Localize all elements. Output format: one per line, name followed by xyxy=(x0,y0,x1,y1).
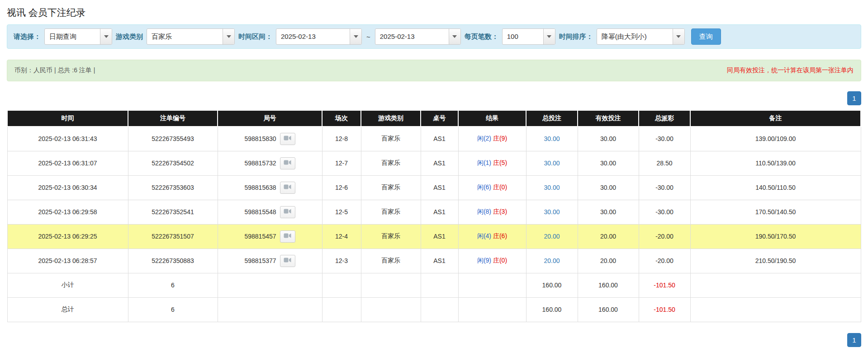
banker-result: 庄(6) xyxy=(493,232,507,239)
summary-empty-cell xyxy=(458,297,526,322)
valid-bet-cell: 20.00 xyxy=(578,249,639,273)
total-bet-link[interactable]: 30.00 xyxy=(544,135,560,142)
payout-cell: -30.00 xyxy=(639,127,690,151)
round-id-text: 598815457 xyxy=(244,233,276,240)
game-type-cell: 百家乐 xyxy=(361,224,421,249)
result-cell: 闲(8) 庄(3) xyxy=(458,200,526,224)
valid-bet-notice: 同局有效投注，统一计算在该局第一张注单内 xyxy=(727,66,854,75)
page-size-value: 100 xyxy=(503,29,543,44)
table-no-cell: AS1 xyxy=(421,200,458,224)
summary-empty-cell xyxy=(421,273,458,297)
round-id-cell: 598815830 xyxy=(218,127,322,151)
column-header: 有效投注 xyxy=(578,110,639,127)
total-bet-link[interactable]: 20.00 xyxy=(544,257,560,264)
chevron-down-icon[interactable] xyxy=(543,29,555,44)
table-no-cell: AS1 xyxy=(421,127,458,151)
video-replay-button[interactable] xyxy=(280,255,295,267)
table-no-cell: AS1 xyxy=(421,224,458,249)
date-type-select[interactable]: 日期查询 xyxy=(44,28,112,45)
search-button[interactable]: 查询 xyxy=(691,28,721,45)
remark-cell: 170.50/140.50 xyxy=(690,200,861,224)
date-to-select[interactable]: 2025-02-13 xyxy=(375,28,461,45)
page-size-label: 每页笔数： xyxy=(465,33,498,41)
game-type-cell: 百家乐 xyxy=(361,249,421,273)
chevron-down-icon[interactable] xyxy=(223,29,234,44)
time-cell: 2025-02-13 06:29:25 xyxy=(7,224,128,249)
table-no-cell: AS1 xyxy=(421,249,458,273)
game-type-select[interactable]: 百家乐 xyxy=(147,28,235,45)
bet-id-cell: 522267352541 xyxy=(128,200,218,224)
table-row: 2025-02-13 06:28:57522267350883598815377… xyxy=(7,249,861,273)
video-replay-button[interactable] xyxy=(280,206,295,218)
round-id-cell: 598815638 xyxy=(218,175,322,200)
video-replay-button[interactable] xyxy=(280,157,295,169)
valid-bet-cell: 30.00 xyxy=(578,151,639,175)
total-bet-link[interactable]: 30.00 xyxy=(544,208,560,216)
game-type-label: 游戏类别 xyxy=(116,33,143,41)
summary-count-cell: 6 xyxy=(128,273,218,297)
pagination-page-1-button[interactable]: 1 xyxy=(847,91,861,105)
total-bet-cell: 20.00 xyxy=(526,249,578,273)
currency-summary: 币别：人民币 | 总共 :6 注单 | xyxy=(14,66,95,75)
player-result: 闲(1) xyxy=(477,159,491,166)
summary-remark-cell xyxy=(690,297,861,322)
table-row: 2025-02-13 06:31:07522267354502598815732… xyxy=(7,151,861,175)
payout-cell: -30.00 xyxy=(639,175,690,200)
game-type-cell: 百家乐 xyxy=(361,175,421,200)
bet-id-cell: 522267355493 xyxy=(128,127,218,151)
time-cell: 2025-02-13 06:31:43 xyxy=(7,127,128,151)
round-id-wrap: 598815732 xyxy=(221,157,319,169)
result-cell: 闲(1) 庄(5) xyxy=(458,151,526,175)
summary-empty-cell xyxy=(322,297,361,322)
total-bet-link[interactable]: 30.00 xyxy=(544,160,560,167)
round-id-text: 598815638 xyxy=(244,184,276,191)
video-replay-icon xyxy=(284,184,291,191)
remark-cell: 140.50/110.50 xyxy=(690,175,861,200)
total-bet-link[interactable]: 20.00 xyxy=(544,233,560,240)
result-cell: 闲(9) 庄(0) xyxy=(458,249,526,273)
column-header: 时间 xyxy=(7,110,128,127)
summary-total-bet-cell: 160.00 xyxy=(526,297,578,322)
summary-payout-cell: -101.50 xyxy=(639,273,690,297)
table-body: 2025-02-13 06:31:43522267355493598815830… xyxy=(7,127,861,273)
chevron-down-icon[interactable] xyxy=(100,29,112,44)
page-size-select[interactable]: 100 xyxy=(502,28,555,45)
chevron-down-icon[interactable] xyxy=(673,29,684,44)
video-replay-button[interactable] xyxy=(280,133,295,145)
page: 视讯 会员下注纪录 请选择： 日期查询 游戏类别 百家乐 时间区间： 2025-… xyxy=(0,6,868,347)
table-footer: 小计6160.00160.00-101.50总计6160.00160.00-10… xyxy=(7,273,861,322)
session-cell: 12-8 xyxy=(322,127,361,151)
summary-total-bet-cell: 160.00 xyxy=(526,273,578,297)
valid-bet-cell: 20.00 xyxy=(578,224,639,249)
page-title: 视讯 会员下注纪录 xyxy=(7,6,861,19)
total-bet-cell: 30.00 xyxy=(526,200,578,224)
chevron-down-icon[interactable] xyxy=(350,29,361,44)
player-result: 闲(2) xyxy=(477,135,491,142)
pagination-page-1-button[interactable]: 1 xyxy=(847,333,861,347)
payout-cell: 28.50 xyxy=(639,151,690,175)
video-replay-button[interactable] xyxy=(280,230,295,243)
bet-id-cell: 522267354502 xyxy=(128,151,218,175)
date-from-select[interactable]: 2025-02-13 xyxy=(276,28,362,45)
sort-order-select[interactable]: 降幂(由大到小) xyxy=(597,28,685,45)
video-replay-icon xyxy=(284,208,291,216)
bet-id-cell: 522267350883 xyxy=(128,249,218,273)
time-cell: 2025-02-13 06:30:34 xyxy=(7,175,128,200)
valid-bet-cell: 30.00 xyxy=(578,200,639,224)
table-row: 2025-02-13 06:30:34522267353603598815638… xyxy=(7,175,861,200)
session-cell: 12-5 xyxy=(322,200,361,224)
column-header: 总派彩 xyxy=(639,110,690,127)
total-bet-link[interactable]: 30.00 xyxy=(544,184,560,191)
summary-payout-cell: -101.50 xyxy=(639,297,690,322)
banker-result: 庄(3) xyxy=(493,208,507,215)
session-cell: 12-4 xyxy=(322,224,361,249)
session-cell: 12-3 xyxy=(322,249,361,273)
video-replay-button[interactable] xyxy=(280,182,295,194)
summary-empty-cell xyxy=(218,297,322,322)
sort-order-value: 降幂(由大到小) xyxy=(597,29,673,44)
column-header: 桌号 xyxy=(421,110,458,127)
time-cell: 2025-02-13 06:29:58 xyxy=(7,200,128,224)
round-id-text: 598815548 xyxy=(244,208,276,216)
round-id-wrap: 598815457 xyxy=(221,230,319,243)
chevron-down-icon[interactable] xyxy=(449,29,460,44)
